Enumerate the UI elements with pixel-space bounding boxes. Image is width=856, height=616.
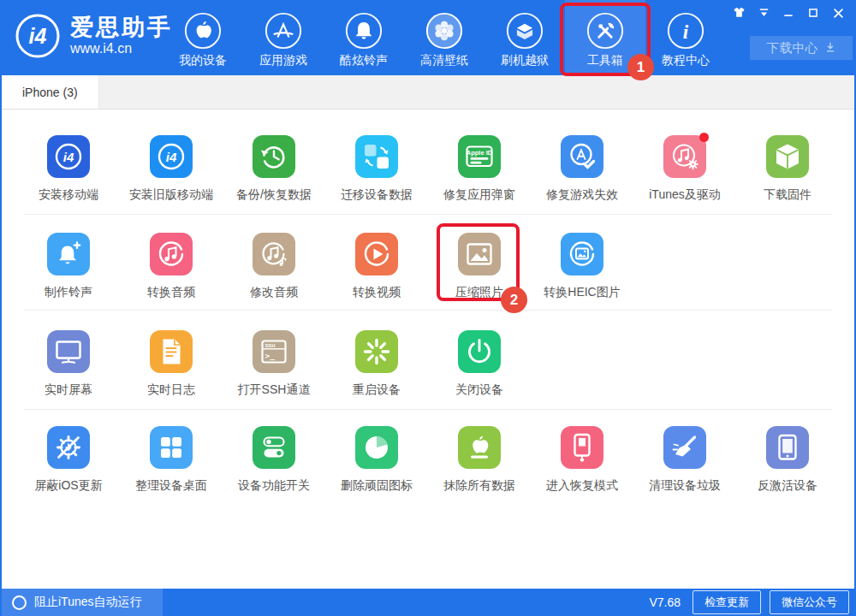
tool-label: 整理设备桌面 (135, 478, 207, 494)
brand-logo-area: i4 爱思助手 www.i4.cn (14, 12, 173, 60)
jailbreak-box-icon (505, 11, 544, 50)
radio-unchecked-icon[interactable] (12, 595, 27, 610)
nav-item-label: 刷机越狱 (501, 53, 549, 68)
tool-label: 安装移动端 (39, 187, 98, 203)
apple-icon (183, 11, 223, 50)
tool-device-feature-toggles[interactable]: 设备功能开关 (223, 426, 325, 508)
tool-modify-audio[interactable]: 修改音频 (223, 233, 325, 310)
bell-icon (344, 11, 383, 50)
row-separator (24, 409, 832, 410)
nav-item-my-devices[interactable]: 我的设备 (163, 0, 243, 75)
tool-fix-game-invalid[interactable]: 修复游戏失效 (531, 135, 633, 214)
nav-item-label: 高清壁纸 (420, 53, 468, 68)
tab-iphone[interactable]: iPhone (3) (2, 75, 99, 109)
tool-convert-video[interactable]: 转换视频 (325, 233, 428, 310)
download-center-label: 下载中心 (767, 40, 818, 56)
annotation-step-2-badge: 2 (501, 287, 527, 313)
tool-erase-all-data[interactable]: 抹除所有数据 (428, 426, 531, 508)
flower-icon (425, 11, 464, 50)
tool-label: 制作铃声 (45, 285, 92, 300)
svg-text:i4: i4 (166, 150, 177, 164)
i4-logo-icon: i4 (14, 12, 62, 60)
itunes-gear-icon (663, 135, 706, 178)
nav-item-apps-games[interactable]: 应用游戏 (243, 0, 324, 75)
tool-label: 压缩照片 (455, 285, 503, 300)
tool-make-ringtone[interactable]: 制作铃声 (17, 233, 120, 310)
music-circle-icon (150, 233, 193, 275)
skin-button[interactable] (729, 6, 748, 23)
tool-shutdown-device[interactable]: 关闭设备 (428, 330, 531, 409)
tool-label: iTunes及驱动 (649, 187, 721, 203)
tool-label: 备份/恢复数据 (236, 187, 312, 203)
nav-item-label: 酷炫铃声 (340, 53, 388, 68)
tool-live-log[interactable]: 实时日志 (120, 330, 223, 409)
tool-backup-restore-data[interactable]: 备份/恢复数据 (223, 135, 325, 214)
window-border-left (0, 0, 2, 616)
brand-url: www.i4.cn (70, 41, 173, 56)
tool-block-ios-update[interactable]: 屏蔽iOS更新 (17, 426, 120, 508)
tool-convert-audio[interactable]: 转换音频 (120, 233, 223, 310)
tool-row-2: 制作铃声转换音频修改音频转换视频压缩照片转换HEIC图片 (2, 214, 854, 310)
tool-clean-device-junk[interactable]: 清理设备垃圾 (633, 426, 736, 508)
bell-plus-icon (47, 233, 90, 275)
download-icon (824, 41, 836, 56)
tool-label: 安装旧版移动端 (129, 187, 213, 203)
tool-label: 转换HEIC图片 (544, 285, 620, 300)
tool-deactivate-device[interactable]: 反激活设备 (736, 426, 839, 508)
burst-rays-icon (355, 330, 398, 373)
tool-install-old-mobile-client[interactable]: i4安装旧版移动端 (120, 135, 223, 214)
toggles-icon (253, 426, 295, 469)
tool-label: 打开SSH通道 (238, 382, 311, 398)
nav-item-flash-jailbreak[interactable]: 刷机越狱 (484, 0, 565, 75)
tool-label: 修改音频 (250, 285, 298, 300)
i4-logo-icon: i4 (47, 135, 90, 178)
tool-itunes-and-driver[interactable]: iTunes及驱动 (633, 135, 736, 214)
nav-item-tutorial-center[interactable]: i教程中心 (645, 0, 726, 75)
collapse-icon (758, 7, 770, 22)
close-button[interactable] (829, 6, 847, 23)
svg-text:>_: >_ (265, 351, 276, 360)
download-center-button[interactable]: 下载中心 (750, 36, 853, 60)
music-edit-icon (253, 233, 295, 275)
minimize-button[interactable] (779, 6, 798, 23)
tool-label: 重启设备 (353, 382, 401, 398)
nav-item-cool-ringtones[interactable]: 酷炫铃声 (324, 0, 404, 75)
nav-item-label: 教程中心 (662, 53, 710, 68)
nav-item-hd-wallpapers[interactable]: 高清壁纸 (404, 0, 484, 75)
broom-icon (663, 426, 706, 469)
tool-organize-device-desktop[interactable]: 整理设备桌面 (120, 426, 223, 508)
device-tab-bar: iPhone (3) (0, 75, 856, 110)
maximize-button[interactable] (804, 6, 823, 23)
tool-open-ssh-channel[interactable]: SSH>_打开SSH通道 (223, 330, 325, 409)
nav-item-label: 应用游戏 (259, 53, 307, 68)
phone-cable-icon (561, 426, 603, 469)
tool-label: 转换音频 (147, 285, 195, 300)
tool-migrate-device-data[interactable]: 迁移设备数据 (325, 135, 428, 214)
check-update-button[interactable]: 检查更新 (693, 590, 761, 614)
toolbox-grid: i4安装移动端i4安装旧版移动端备份/恢复数据迁移设备数据Apple ID修复应… (2, 110, 854, 589)
tool-row-4: 屏蔽iOS更新整理设备桌面设备功能开关删除顽固图标抹除所有数据进入恢复模式清理设… (2, 409, 854, 508)
tool-live-screen[interactable]: 实时屏幕 (17, 330, 120, 409)
tray-button[interactable] (754, 6, 773, 23)
tool-convert-heic[interactable]: 转换HEIC图片 (531, 233, 633, 310)
tool-enter-recovery-mode[interactable]: 进入恢复模式 (531, 426, 633, 508)
migrate-icon (355, 135, 398, 178)
photo-icon (458, 233, 501, 275)
tool-delete-stubborn-icons[interactable]: 删除顽固图标 (325, 426, 428, 508)
shirt-icon (732, 6, 746, 23)
tool-download-firmware[interactable]: 下载固件 (736, 135, 839, 214)
block-itunes-autorun-toggle[interactable]: 阻止iTunes自动运行 (0, 589, 163, 616)
svg-text:Apple ID: Apple ID (467, 149, 493, 157)
tool-reboot-device[interactable]: 重启设备 (325, 330, 428, 409)
svg-text:SSH: SSH (265, 343, 276, 348)
tool-install-mobile-client[interactable]: i4安装移动端 (17, 135, 120, 214)
nav-item-label: 工具箱 (587, 53, 623, 68)
tool-row-3: 实时屏幕实时日志SSH>_打开SSH通道重启设备关闭设备 (2, 310, 854, 409)
wechat-official-account-button[interactable]: 微信公众号 (770, 590, 849, 614)
appstore-check-icon (561, 135, 603, 178)
tool-fix-app-popup[interactable]: Apple ID修复应用弹窗 (428, 135, 531, 214)
tool-label: 修复游戏失效 (546, 187, 618, 203)
row-separator (24, 214, 832, 215)
appstore-icon (264, 11, 303, 50)
svg-text:i: i (683, 21, 689, 43)
